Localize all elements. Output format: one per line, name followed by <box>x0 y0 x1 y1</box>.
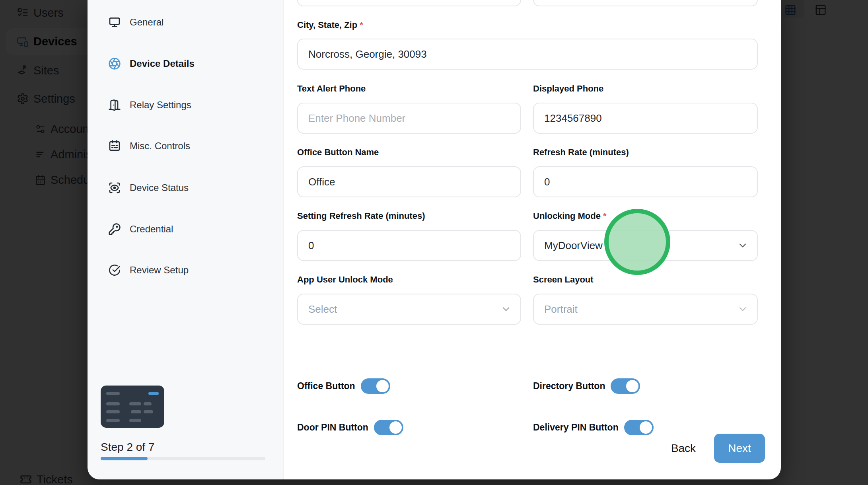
wizard-step-label: Relay Settings <box>130 99 191 111</box>
directory-button-toggle[interactable] <box>611 378 640 394</box>
chevron-down-icon <box>737 304 748 315</box>
office-button-toggle-label: Office Button <box>297 381 355 392</box>
back-button[interactable]: Back <box>658 440 709 457</box>
displayed-phone-label: Displayed Phone <box>533 84 603 94</box>
aperture-icon <box>108 57 121 70</box>
office-button-name-input[interactable] <box>297 166 521 197</box>
wizard-step-label: General <box>130 17 163 28</box>
displayed-phone-input[interactable] <box>533 103 758 134</box>
wizard-step-review-setup[interactable]: Review Setup <box>108 258 189 282</box>
device-preview-thumbnail <box>101 386 164 428</box>
text-alert-phone-input[interactable] <box>297 103 521 134</box>
refresh-rate-input[interactable] <box>533 166 758 197</box>
progress-bar <box>101 457 265 460</box>
toggle-knob <box>376 380 389 392</box>
wizard-step-label: Credential <box>130 224 173 235</box>
key-icon <box>108 223 121 236</box>
progress-bar-fill <box>101 457 148 460</box>
screen-layout-select[interactable]: Portrait <box>533 294 758 325</box>
directory-button-toggle-row: Directory Button <box>533 378 640 394</box>
city-state-zip-input[interactable] <box>297 39 758 70</box>
door-pin-button-toggle-label: Door PIN Button <box>297 422 368 433</box>
refresh-rate-label: Refresh Rate (minutes) <box>533 147 629 158</box>
office-button-name-label: Office Button Name <box>297 147 379 158</box>
wizard-nav: General Device Details Relay Settings Mi… <box>88 0 284 479</box>
chevron-down-icon <box>737 240 748 251</box>
screen-layout-label: Screen Layout <box>533 275 594 285</box>
app-user-unlock-mode-value: Select <box>308 303 337 316</box>
setting-refresh-rate-label: Setting Refresh Rate (minutes) <box>297 211 425 221</box>
delivery-pin-button-toggle[interactable] <box>624 420 654 435</box>
required-marker: * <box>360 20 363 30</box>
wizard-step-device-status[interactable]: Device Status <box>108 176 189 200</box>
delivery-pin-button-toggle-label: Delivery PIN Button <box>533 422 619 433</box>
wizard-step-label: Misc. Controls <box>130 140 190 152</box>
text-alert-phone-label: Text Alert Phone <box>297 84 366 94</box>
setting-refresh-rate-input[interactable] <box>297 230 521 261</box>
wizard-step-label: Device Details <box>130 58 195 69</box>
device-setup-modal: General Device Details Relay Settings Mi… <box>88 0 781 479</box>
step-progress-label: Step 2 of 7 <box>101 441 154 454</box>
wizard-step-credential[interactable]: Credential <box>108 217 173 241</box>
delivery-pin-button-toggle-row: Delivery PIN Button <box>533 419 654 435</box>
wizard-step-misc-controls[interactable]: Misc. Controls <box>108 134 190 158</box>
circle-check-icon <box>108 264 121 277</box>
wizard-step-device-details[interactable]: Device Details <box>108 52 195 76</box>
required-marker: * <box>603 211 607 221</box>
directory-button-toggle-label: Directory Button <box>533 381 605 392</box>
chevron-down-icon <box>500 304 512 315</box>
unlocking-mode-select[interactable]: MyDoorView <box>533 230 758 261</box>
office-button-toggle-row: Office Button <box>297 378 390 394</box>
city-state-zip-label: City, State, Zip* <box>297 20 363 30</box>
unlocking-mode-label: Unlocking Mode* <box>533 211 606 221</box>
clipped-input-left[interactable] <box>297 0 521 6</box>
toggle-knob <box>626 380 638 392</box>
toggle-knob <box>389 421 402 434</box>
next-button[interactable]: Next <box>714 434 765 463</box>
wizard-step-general[interactable]: General <box>108 10 163 34</box>
device-details-form: City, State, Zip* Text Alert Phone Displ… <box>284 0 781 479</box>
office-button-toggle[interactable] <box>361 378 390 394</box>
wizard-step-label: Device Status <box>130 182 189 193</box>
toggle-knob <box>640 421 652 434</box>
screen-layout-value: Portrait <box>544 303 578 316</box>
wizard-step-label: Review Setup <box>130 265 189 276</box>
wizard-step-relay-settings[interactable]: Relay Settings <box>108 93 191 117</box>
door-pin-button-toggle[interactable] <box>374 420 403 435</box>
unlocking-mode-value: MyDoorView <box>544 240 603 252</box>
door-pin-button-toggle-row: Door PIN Button <box>297 419 403 435</box>
monitor-icon <box>108 16 121 29</box>
calendar-lines-icon <box>108 140 121 152</box>
scan-eye-icon <box>108 181 121 194</box>
door-open-icon <box>108 99 121 111</box>
app-user-unlock-mode-select[interactable]: Select <box>297 294 521 325</box>
clipped-input-right[interactable] <box>533 0 758 6</box>
app-user-unlock-mode-label: App User Unlock Mode <box>297 275 393 285</box>
